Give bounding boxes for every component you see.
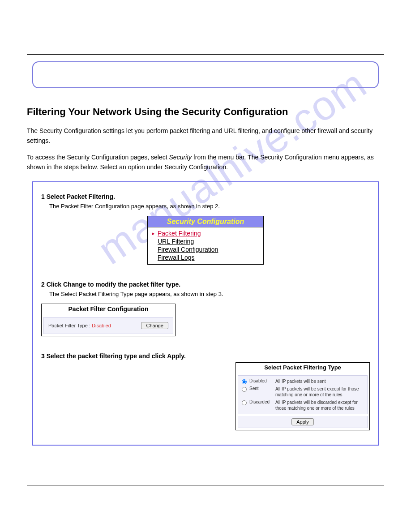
caret-icon: ▸ — [152, 231, 158, 236]
spft-label-disabled: Disabled — [249, 378, 275, 383]
select-filter-type-panel: Select Packet Filtering Type Disabled Al… — [235, 362, 370, 430]
spft-label-discarded: Discarded — [249, 399, 275, 404]
step-2: 2 Click Change to modify the packet filt… — [41, 281, 370, 288]
pfc-label: Packet Filter Type : — [48, 323, 90, 328]
intro-p2-prefix: To access the Security Configuration pag… — [27, 154, 169, 161]
spft-desc-sent: All IP packets will be sent except for t… — [275, 386, 364, 398]
radio-discarded[interactable] — [242, 400, 247, 405]
apply-button[interactable]: Apply — [291, 418, 314, 425]
menu-item-firewall-logs[interactable]: Firewall Logs — [152, 253, 261, 262]
menu-item-firewall-config[interactable]: Firewall Configuration — [152, 245, 261, 253]
step-1-sub: The Packet Filter Configuration page app… — [49, 203, 370, 210]
intro-p2-em: Security — [169, 154, 192, 161]
header-divider — [27, 54, 384, 55]
security-config-menu: Security Configuration ▸Packet Filtering… — [147, 216, 264, 265]
procedure-box: 1 Select Packet Filtering. The Packet Fi… — [32, 181, 379, 446]
menu-link-packet-filtering[interactable]: Packet Filtering — [158, 230, 201, 237]
step-1: 1 Select Packet Filtering. — [41, 193, 370, 200]
intro-paragraph-1: The Security Configuration settings let … — [27, 126, 384, 146]
menu-link-url-filtering[interactable]: URL Filtering — [158, 238, 194, 245]
change-button[interactable]: Change — [141, 322, 168, 329]
step-3: 3 Select the packet filtering type and c… — [41, 352, 370, 360]
radio-disabled[interactable] — [242, 379, 247, 384]
spft-row-disabled[interactable]: Disabled All IP packets will be sent — [242, 378, 364, 384]
pfc-row: Packet Filter Type : Disabled Change — [43, 317, 173, 334]
pfc-title: Packet Filter Configuration — [42, 304, 175, 315]
footer-divider — [27, 485, 384, 485]
step-2-sub: The Select Packet Filtering Type page ap… — [49, 291, 370, 297]
packet-filter-config-panel: Packet Filter Configuration Packet Filte… — [41, 304, 176, 336]
spft-desc-discarded: All IP packets will be discarded except … — [275, 399, 364, 411]
spft-apply-row: Apply — [238, 416, 368, 428]
radio-sent[interactable] — [242, 387, 247, 392]
intro-paragraph-2: To access the Security Configuration pag… — [27, 152, 384, 172]
spft-label-sent: Sent — [249, 386, 275, 391]
pfc-status-text: Packet Filter Type : Disabled — [48, 323, 111, 328]
security-config-title: Security Configuration — [148, 216, 263, 227]
spft-row-discarded[interactable]: Discarded All IP packets will be discard… — [242, 399, 364, 411]
menu-item-url-filtering[interactable]: URL Filtering — [152, 237, 261, 245]
spft-title: Select Packet Filtering Type — [236, 363, 369, 373]
spft-options: Disabled All IP packets will be sent Sen… — [238, 375, 368, 414]
note-box — [32, 61, 379, 88]
security-config-list: ▸Packet Filtering URL Filtering Firewall… — [148, 227, 263, 264]
menu-item-packet-filtering[interactable]: ▸Packet Filtering — [152, 229, 261, 237]
spft-row-sent[interactable]: Sent All IP packets will be sent except … — [242, 386, 364, 398]
pfc-status: Disabled — [92, 323, 111, 328]
menu-link-firewall-logs[interactable]: Firewall Logs — [158, 254, 194, 261]
spft-desc-disabled: All IP packets will be sent — [275, 378, 364, 384]
menu-link-firewall-config[interactable]: Firewall Configuration — [158, 246, 218, 253]
section-heading: Filtering Your Network Using the Securit… — [27, 106, 384, 118]
